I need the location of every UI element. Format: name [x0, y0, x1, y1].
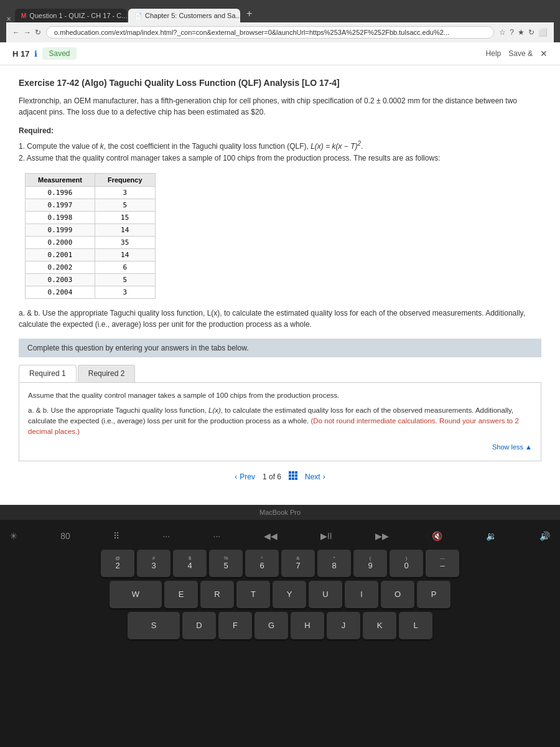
table-row: 0.199815	[26, 212, 156, 224]
svg-rect-5	[295, 474, 297, 477]
back-button[interactable]: ←	[12, 28, 20, 37]
frequency-cell: 6	[95, 261, 155, 274]
key-I[interactable]: I	[345, 581, 378, 608]
kb-voldown-icon: 🔉	[486, 531, 497, 541]
tab-question1[interactable]: M Question 1 - QUIZ - CH 17 - C... ✕	[15, 9, 127, 22]
frequency-cell: 35	[95, 237, 155, 249]
measurement-cell: 0.2000	[26, 237, 95, 249]
close-button[interactable]: ✕	[540, 49, 548, 59]
prev-button[interactable]: ‹ Prev	[235, 472, 255, 481]
kb-80-icon: 80	[60, 531, 70, 541]
help-circle-icon[interactable]: ?	[510, 28, 514, 37]
measurement-cell: 0.2004	[26, 286, 95, 299]
key-6[interactable]: ^6	[245, 550, 279, 577]
key-9[interactable]: (9	[353, 550, 387, 577]
keyboard-number-row: @2 #3 $4 %5 ^6 &7 *8 (9 )0 —–	[6, 550, 554, 577]
show-less-link[interactable]: Show less ▲	[492, 443, 532, 451]
key-0[interactable]: )0	[390, 550, 423, 577]
key-O[interactable]: O	[381, 581, 414, 608]
save-button[interactable]: Save &	[508, 49, 533, 58]
required-items: 1. Compute the value of k, the cost coef…	[19, 139, 541, 164]
extensions-icon[interactable]: ★	[518, 28, 525, 37]
key-L[interactable]: L	[399, 612, 432, 639]
show-less-container: Show less ▲	[28, 442, 532, 453]
bookmark-icon[interactable]: ☆	[499, 28, 506, 37]
sync-icon[interactable]: ↻	[528, 28, 534, 37]
frequency-cell: 5	[95, 274, 155, 286]
page-info: 1 of 6	[263, 472, 281, 481]
key-R[interactable]: R	[200, 581, 234, 608]
key-P[interactable]: P	[417, 581, 450, 608]
key-T[interactable]: T	[236, 581, 270, 608]
panel-text-2: a. & b. Use the appropriate Taguchi qual…	[28, 405, 532, 438]
refresh-button[interactable]: ↻	[35, 28, 41, 37]
svg-rect-7	[292, 477, 294, 480]
required-label: Required:	[19, 126, 541, 135]
content-panel: Assume that the quality control manager …	[19, 382, 541, 461]
browser-nav-controls: ← → ↻	[12, 28, 41, 37]
macbook-label: MacBook Pro	[0, 505, 560, 520]
key-3[interactable]: #3	[137, 550, 170, 577]
svg-rect-2	[295, 471, 297, 474]
tab-bar: ✕ M Question 1 - QUIZ - CH 17 - C... ✕ 📄…	[6, 5, 554, 22]
frequency-cell: 5	[95, 199, 155, 212]
note-text: a. & b. Use the appropriate Taguchi qual…	[19, 308, 541, 330]
kb-mute-icon: 🔇	[432, 531, 442, 541]
key-dash[interactable]: —–	[426, 550, 459, 577]
key-U[interactable]: U	[309, 581, 342, 608]
tab-icon-doc: 📄	[134, 12, 142, 19]
grid-icon[interactable]	[289, 471, 297, 482]
next-chevron: ›	[323, 472, 325, 481]
key-S[interactable]: S	[128, 612, 180, 639]
measurement-cell: 0.1999	[26, 224, 95, 237]
new-tab-button[interactable]: +	[241, 5, 257, 22]
frequency-cell: 15	[95, 212, 155, 224]
tab-close-x[interactable]: ✕	[6, 16, 11, 22]
key-F[interactable]: F	[218, 612, 252, 639]
complete-question-box: Complete this question by entering your …	[19, 339, 541, 357]
header-left: H 17 ℹ Saved	[12, 47, 77, 60]
key-8[interactable]: *8	[317, 550, 351, 577]
tab-chapter5[interactable]: 📄 Chapter 5: Customers and Sa... ✕	[128, 9, 240, 22]
browser-menu-icon[interactable]: ⬜	[538, 28, 548, 37]
col-header-frequency: Frequency	[95, 174, 155, 187]
tab-icon-m: M	[21, 12, 26, 19]
key-G[interactable]: G	[254, 612, 288, 639]
svg-rect-1	[292, 471, 294, 474]
table-row: 0.200114	[26, 249, 156, 261]
key-K[interactable]: K	[363, 612, 396, 639]
next-button[interactable]: Next ›	[305, 472, 325, 481]
key-E[interactable]: E	[164, 581, 198, 608]
key-J[interactable]: J	[327, 612, 360, 639]
chapter-label: H 17	[12, 49, 29, 59]
col-header-measurement: Measurement	[26, 174, 95, 187]
measurement-cell: 0.2002	[26, 261, 95, 274]
key-Y[interactable]: Y	[273, 581, 306, 608]
exercise-area: Exercise 17-42 (Algo) Taguchi Quality Lo…	[0, 65, 560, 505]
forward-button[interactable]: →	[24, 28, 31, 37]
svg-rect-3	[289, 474, 291, 477]
table-row: 0.199914	[26, 224, 156, 237]
exercise-intro: Flextronchip, an OEM manufacturer, has a…	[19, 95, 541, 118]
tab2-label: Chapter 5: Customers and Sa...	[145, 12, 240, 19]
frequency-cell: 3	[95, 187, 155, 199]
info-icon[interactable]: ℹ	[34, 49, 37, 59]
prev-label: Prev	[240, 472, 255, 481]
key-4[interactable]: $4	[173, 550, 207, 577]
key-7[interactable]: &7	[281, 550, 315, 577]
browser-chrome: ✕ M Question 1 - QUIZ - CH 17 - C... ✕ 📄…	[0, 0, 560, 42]
address-input[interactable]: o.mheducation.com/ext/map/index.html?_co…	[46, 26, 494, 39]
tab-required2[interactable]: Required 2	[78, 365, 136, 382]
key-D[interactable]: D	[182, 612, 216, 639]
key-H[interactable]: H	[291, 612, 324, 639]
tab-required1[interactable]: Required 1	[19, 365, 77, 382]
table-row: 0.200035	[26, 237, 156, 249]
help-button[interactable]: Help	[486, 49, 502, 58]
key-W[interactable]: W	[110, 581, 162, 608]
measurement-cell: 0.2001	[26, 249, 95, 261]
key-2[interactable]: @2	[101, 550, 134, 577]
kb-asterisk-icon: ✳	[10, 531, 17, 541]
key-5[interactable]: %5	[209, 550, 243, 577]
address-bar: ← → ↻ o.mheducation.com/ext/map/index.ht…	[6, 22, 554, 42]
kb-rewind-icon: ◀◀	[264, 531, 278, 541]
